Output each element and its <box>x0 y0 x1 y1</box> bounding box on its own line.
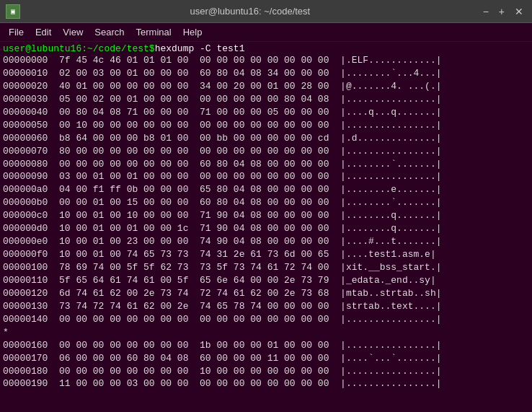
hex-bytes: 02 00 03 00 01 00 00 00 60 80 04 08 34 0… <box>59 67 340 80</box>
app-icon: ▣ <box>6 4 20 19</box>
hex-ascii: |.ELF............| <box>340 54 441 67</box>
hex-bytes: 10 00 01 00 10 00 00 00 71 90 04 08 00 0… <box>59 209 340 222</box>
hex-line: 000000e0 10 00 01 00 23 00 00 00 74 90 0… <box>3 235 529 248</box>
close-button[interactable]: ✕ <box>512 6 526 17</box>
hex-ascii: |................| <box>340 93 441 106</box>
menu-item-view[interactable]: View <box>57 25 89 39</box>
hex-line: 000000f0 10 00 01 00 74 65 73 73 74 31 2… <box>3 248 529 261</box>
menu-item-edit[interactable]: Edit <box>30 25 57 39</box>
hex-bytes: 00 00 00 00 00 00 00 00 00 00 00 00 00 0… <box>59 313 340 326</box>
hex-ascii: |................| <box>340 339 441 352</box>
hex-line: 00000110 5f 65 64 61 74 61 00 5f 65 6e 6… <box>3 274 529 287</box>
hex-bytes: 5f 65 64 61 74 61 00 5f 65 6e 64 00 00 2… <box>59 274 340 287</box>
hex-ascii: |....test1.asm.e| <box>340 248 436 261</box>
window-title: user@lubuntu16: ~/code/test <box>20 6 480 17</box>
hex-ascii: |................| <box>340 377 441 390</box>
menu-item-file[interactable]: File <box>3 25 30 39</box>
hex-line: 00000070 80 00 00 00 00 00 00 00 00 00 0… <box>3 145 529 158</box>
hex-address: 00000080 <box>3 158 59 171</box>
hex-bytes: 40 01 00 00 00 00 00 00 34 00 20 00 01 0… <box>59 80 340 93</box>
hex-address: 00000140 <box>3 313 59 326</box>
hex-ascii: |.d..............| <box>340 132 441 145</box>
hex-bytes: b8 64 00 00 00 b8 01 00 00 bb 00 00 00 0… <box>59 132 340 145</box>
menu-item-search[interactable]: Search <box>89 25 130 39</box>
hex-ascii: |_edata._end..sy| <box>340 274 436 287</box>
hex-ascii: |................| <box>340 145 441 158</box>
hex-bytes: 00 00 00 00 00 00 00 00 1b 00 00 00 01 0… <box>59 339 340 352</box>
menu-item-help[interactable]: Help <box>177 25 208 39</box>
hex-ascii: |strtab..text....| <box>340 300 441 313</box>
hex-bytes: 6d 74 61 62 00 2e 73 74 72 74 61 62 00 2… <box>59 287 340 300</box>
hex-address: 00000110 <box>3 274 59 287</box>
hex-address: 000000a0 <box>3 183 59 196</box>
hex-address: 00000190 <box>3 377 59 390</box>
hex-line: 00000080 00 00 00 00 00 00 00 00 60 80 0… <box>3 158 529 171</box>
hex-line: 000000c0 10 00 01 00 10 00 00 00 71 90 0… <box>3 209 529 222</box>
hex-address: 00000090 <box>3 170 59 183</box>
hex-bytes: 7f 45 4c 46 01 01 01 00 00 00 00 00 00 0… <box>59 54 340 67</box>
hex-line: 00000020 40 01 00 00 00 00 00 00 34 00 2… <box>3 80 529 93</box>
hex-ascii: |................| <box>340 313 441 326</box>
hex-bytes: 00 00 00 00 00 00 00 00 10 00 00 00 00 0… <box>59 365 340 378</box>
maximize-button[interactable]: + <box>496 6 507 17</box>
hex-ascii: |........`...4...| <box>340 67 441 80</box>
hex-bytes: 80 00 00 00 00 00 00 00 00 00 00 00 00 0… <box>59 145 340 158</box>
hex-ascii: |mtab..strtab..sh| <box>340 287 441 300</box>
prompt-user: user@lubuntu16:~/code/test$ <box>3 43 155 54</box>
hex-ascii: |................| <box>340 119 441 132</box>
hex-address: 00000030 <box>3 93 59 106</box>
hex-line: 00000140 00 00 00 00 00 00 00 00 00 00 0… <box>3 313 529 326</box>
hex-bytes: 00 00 01 00 15 00 00 00 60 80 04 08 00 0… <box>59 196 340 209</box>
hex-bytes: 04 00 f1 ff 0b 00 00 00 65 80 04 08 00 0… <box>59 183 340 196</box>
hex-ascii: |@.......4. ...(.| <box>340 80 441 93</box>
terminal-area[interactable]: user@lubuntu16:~/code/test$ hexdump -C t… <box>0 42 532 412</box>
hex-line: 00000030 05 00 02 00 01 00 00 00 00 00 0… <box>3 93 529 106</box>
hex-ascii: |........e.......| <box>340 183 441 196</box>
hex-bytes: 11 00 00 00 03 00 00 00 00 00 00 00 00 0… <box>59 377 340 390</box>
hex-line: 00000100 78 69 74 00 5f 5f 62 73 73 5f 7… <box>3 261 529 274</box>
hex-address: 00000020 <box>3 80 59 93</box>
hex-address: 00000130 <box>3 300 59 313</box>
hex-ascii: |....q...q.......| <box>340 106 441 119</box>
hex-address: 00000070 <box>3 145 59 158</box>
hex-address: 000000d0 <box>3 222 59 235</box>
hex-address: 000000b0 <box>3 196 59 209</box>
prompt-command: hexdump -C test1 <box>155 43 245 54</box>
hex-line: * <box>3 326 529 339</box>
hex-bytes: 00 80 04 08 71 00 00 00 71 00 00 00 05 0… <box>59 106 340 119</box>
hex-address: 00000180 <box>3 365 59 378</box>
hex-ascii: |................| <box>340 170 441 183</box>
hex-ascii: |........`.......| <box>340 196 441 209</box>
hex-ascii: |xit.__bss_start.| <box>340 261 441 274</box>
hex-line: 00000060 b8 64 00 00 00 b8 01 00 00 bb 0… <box>3 132 529 145</box>
hex-address: 00000010 <box>3 67 59 80</box>
hex-address: 00000000 <box>3 54 59 67</box>
hex-address: 00000060 <box>3 132 59 145</box>
hex-ascii: |........q.......| <box>340 222 441 235</box>
hex-address: 000000c0 <box>3 209 59 222</box>
hex-bytes: 10 00 01 00 01 00 00 1c 71 90 04 08 00 0… <box>59 222 340 235</box>
menu-item-terminal[interactable]: Terminal <box>130 25 177 39</box>
hex-address: 00000050 <box>3 119 59 132</box>
hex-line: 00000090 03 00 01 00 01 00 00 00 00 00 0… <box>3 170 529 183</box>
hex-line: 000000b0 00 00 01 00 15 00 00 00 60 80 0… <box>3 196 529 209</box>
hex-ascii: |........q.......| <box>340 209 441 222</box>
hex-address: 00000100 <box>3 261 59 274</box>
title-bar: ▣ user@lubuntu16: ~/code/test − + ✕ <box>0 0 532 23</box>
hex-bytes: 03 00 01 00 01 00 00 00 00 00 00 00 00 0… <box>59 170 340 183</box>
hex-line: 000000a0 04 00 f1 ff 0b 00 00 00 65 80 0… <box>3 183 529 196</box>
prompt-line: user@lubuntu16:~/code/test$ hexdump -C t… <box>3 43 529 54</box>
hex-line: 00000010 02 00 03 00 01 00 00 00 60 80 0… <box>3 67 529 80</box>
hex-ascii: |....`...`.......| <box>340 352 441 365</box>
hex-bytes: 05 00 02 00 01 00 00 00 00 00 00 00 00 8… <box>59 93 340 106</box>
hex-ascii: |................| <box>340 365 441 378</box>
hex-ascii: |........`.......| <box>340 158 441 171</box>
hex-address: 00000040 <box>3 106 59 119</box>
hex-bytes: 00 00 00 00 00 00 00 00 60 80 04 08 00 0… <box>59 158 340 171</box>
menu-bar: FileEditViewSearchTerminalHelp <box>0 23 532 42</box>
window-controls: − + ✕ <box>480 6 526 17</box>
minimize-button[interactable]: − <box>480 6 492 17</box>
hex-line: 00000130 73 74 72 74 61 62 00 2e 74 65 7… <box>3 300 529 313</box>
hex-line: 00000050 00 10 00 00 00 00 00 00 00 00 0… <box>3 119 529 132</box>
hex-line: 00000160 00 00 00 00 00 00 00 00 1b 00 0… <box>3 339 529 352</box>
